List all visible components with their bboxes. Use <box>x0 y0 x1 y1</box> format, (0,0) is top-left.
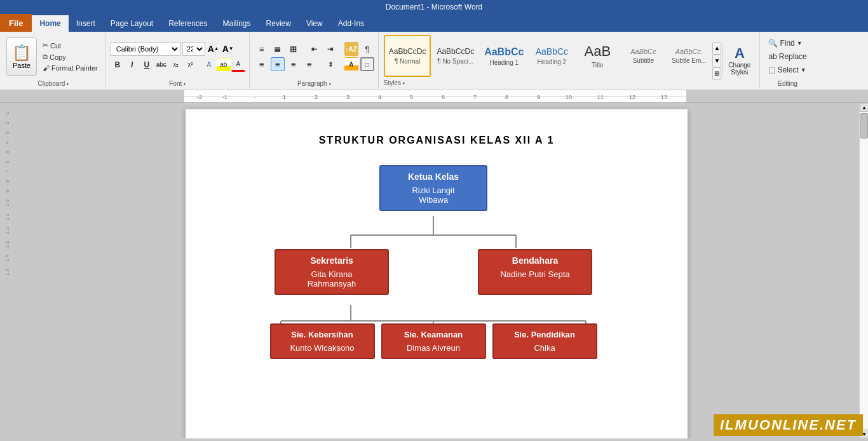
change-styles-icon: A <box>735 46 745 60</box>
clipboard-label: Clipboard ⬧ <box>37 79 69 87</box>
find-button[interactable]: 🔍 Find ▼ <box>765 37 805 49</box>
para-expand-icon[interactable]: ⬧ <box>329 81 332 86</box>
kebersihan-name: Kunto Wicaksono <box>279 343 366 353</box>
svg-text:13: 13 <box>661 94 667 100</box>
scroll-thumb[interactable] <box>860 113 868 139</box>
style-normal[interactable]: AaBbCcDc ¶ Normal <box>384 35 431 77</box>
scroll-up-arrow[interactable]: ▲ <box>860 103 868 112</box>
svg-text:2: 2 <box>315 94 318 100</box>
styles-group: AaBbCcDc ¶ Normal AaBbCcDc ¶ No Spaci...… <box>380 33 761 88</box>
level1-connector-space <box>217 211 649 249</box>
svg-text:12: 12 <box>629 94 635 100</box>
paragraph-group: ≡ ≣ ⊞ ⇤ ⇥ ↕AZ ¶ ≡ ≡ ≡ ≡ ⇕ A □ <box>251 33 379 88</box>
org-box-keamanan: Sie. Keamanan Dimas Alvreun <box>381 323 486 359</box>
font-size-select[interactable]: 22 <box>182 42 205 56</box>
style-heading1[interactable]: AaBbCc Heading 1 <box>480 35 528 77</box>
justify-button[interactable]: ≡ <box>302 57 316 71</box>
paragraph-label: Paragraph ⬧ <box>297 79 332 87</box>
svg-text:3: 3 <box>346 94 349 100</box>
styles-scroll-controls: ▲ ▼ ⊞ <box>711 41 722 81</box>
format-painter-button[interactable]: 🖌 Format Painter <box>39 63 101 73</box>
font-expand-icon[interactable]: ⬧ <box>183 81 186 86</box>
align-right-button[interactable]: ≡ <box>287 57 301 71</box>
select-button[interactable]: ⬚ Select ▼ <box>765 64 809 76</box>
tab-insert[interactable]: Insert <box>69 15 103 32</box>
text-effects-button[interactable]: A <box>202 58 216 72</box>
style-heading2[interactable]: AaBbCc Heading 2 <box>529 35 574 77</box>
editing-group: 🔍 Find ▼ ab Replace ⬚ Select ▼ Editing <box>761 33 813 88</box>
font-group: Calibri (Body) 22 A▲ A▼ B I U abc x₂ x² … <box>107 33 250 88</box>
svg-text:7: 7 <box>473 94 477 100</box>
style-subtitle[interactable]: AaBbCc Subtitle <box>621 35 665 77</box>
level2-connector-space <box>217 295 649 323</box>
align-left-button[interactable]: ≡ <box>255 57 269 71</box>
level1-row: Ketua Kelas Rizki Langit Wibawa <box>217 165 649 211</box>
tab-view[interactable]: View <box>299 15 330 32</box>
pendidikan-role: Sie. Pendidikan <box>501 330 588 339</box>
font-color-button[interactable]: A <box>231 58 245 72</box>
line-spacing-button[interactable]: ⇕ <box>323 57 337 71</box>
borders-button[interactable]: □ <box>360 57 374 71</box>
vertical-scrollbar[interactable]: ▲ ▼ <box>859 103 868 438</box>
superscript-button[interactable]: x² <box>184 58 198 72</box>
tab-add-ins[interactable]: Add-Ins <box>330 15 372 32</box>
strikethrough-button[interactable]: abc <box>154 58 168 72</box>
cut-button[interactable]: ✂ Cut <box>39 40 101 51</box>
styles-expand-icon[interactable]: ⬧ <box>402 80 405 86</box>
decrease-font-size-button[interactable]: A▼ <box>222 43 234 55</box>
numbering-button[interactable]: ≣ <box>271 42 285 56</box>
copy-button[interactable]: ⧉ Copy <box>39 51 101 62</box>
bold-button[interactable]: B <box>111 58 125 72</box>
increase-font-size-button[interactable]: A▲ <box>207 43 220 55</box>
tab-review[interactable]: Review <box>259 15 299 32</box>
main-area: -15 -14 -13 -12 -11 -10 -9 -8 -7 -6 -5 -… <box>0 103 868 438</box>
editing-label: Editing <box>778 79 797 87</box>
sort-button[interactable]: ↕AZ <box>344 42 358 56</box>
styles-scroll-down[interactable]: ▼ <box>712 55 721 67</box>
tab-page-layout[interactable]: Page Layout <box>103 15 161 32</box>
tab-mailings[interactable]: Mailings <box>215 15 259 32</box>
sekretaris-name: Gita Kirana Rahmansyah <box>283 269 380 288</box>
underline-button[interactable]: U <box>140 58 154 72</box>
ribbon: 📋 Paste ✂ Cut ⧉ Copy 🖌 Format Painter C <box>0 32 868 90</box>
ketua-role: Ketua Kelas <box>388 172 478 182</box>
multilevel-list-button[interactable]: ⊞ <box>287 42 301 56</box>
replace-button[interactable]: ab Replace <box>765 51 810 62</box>
bendahara-role: Bendahara <box>487 255 583 266</box>
ruler-left-margin <box>0 90 184 103</box>
svg-text:11: 11 <box>597 94 604 100</box>
tab-home[interactable]: Home <box>32 15 68 32</box>
style-subtle-emphasis[interactable]: AaBbCc. Subtle Em... <box>667 35 711 77</box>
text-highlight-button[interactable]: ab <box>217 58 231 72</box>
change-styles-label: Change Styles <box>728 62 750 76</box>
style-title[interactable]: AaB Title <box>575 35 620 77</box>
show-marks-button[interactable]: ¶ <box>360 42 374 56</box>
title-bar: Document1 - Microsoft Word <box>0 0 868 14</box>
change-styles-button[interactable]: A Change Styles <box>722 44 756 78</box>
scissors-icon: ✂ <box>43 41 48 50</box>
kebersihan-role: Sie. Kebersihan <box>279 330 366 339</box>
tab-file[interactable]: File <box>0 14 32 32</box>
tab-references[interactable]: References <box>161 15 215 32</box>
italic-button[interactable]: I <box>125 58 139 72</box>
sekretaris-role: Sekretaris <box>283 255 380 266</box>
document-area: STRUKTUR ORGANISASI KELAS XII A 1 <box>14 103 859 438</box>
paste-button[interactable]: 📋 Paste <box>6 37 37 76</box>
bullets-button[interactable]: ≡ <box>255 42 269 56</box>
styles-scroll-up[interactable]: ▲ <box>712 42 721 55</box>
style-no-spacing[interactable]: AaBbCcDc ¶ No Spaci... <box>432 35 478 77</box>
font-name-select[interactable]: Calibri (Body) <box>111 42 180 56</box>
clipboard-expand-icon[interactable]: ⬧ <box>66 81 69 86</box>
increase-indent-button[interactable]: ⇥ <box>323 42 337 56</box>
level2-gap <box>395 249 471 295</box>
styles-scroll-more[interactable]: ⊞ <box>712 67 721 80</box>
subscript-button[interactable]: x₂ <box>169 58 183 72</box>
scroll-track <box>860 112 868 430</box>
title-text: Document1 - Microsoft Word <box>386 3 483 11</box>
paste-icon: 📋 <box>12 44 31 62</box>
shading-button[interactable]: A <box>344 57 358 71</box>
svg-text:8: 8 <box>505 94 508 100</box>
decrease-indent-button[interactable]: ⇤ <box>308 42 322 56</box>
styles-items-row: AaBbCcDc ¶ Normal AaBbCcDc ¶ No Spaci...… <box>384 35 712 77</box>
align-center-button[interactable]: ≡ <box>271 57 285 71</box>
